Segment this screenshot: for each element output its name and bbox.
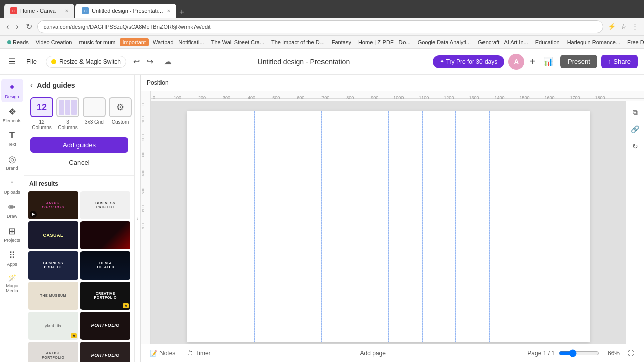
bookmark-gencraft[interactable]: Gencraft - AI Art In... [475, 38, 531, 46]
guide-option-custom[interactable]: ⚙ Custom [109, 97, 132, 130]
template-film-theater[interactable]: FILM &THEATER [80, 251, 131, 280]
copy-icon-button[interactable]: ⧉ [628, 105, 642, 119]
address-bar[interactable]: canva.com/design/DAGHPSSzuQ/sCA8MeTBnZOR… [37, 20, 603, 33]
undo-button[interactable]: ↩ [130, 55, 143, 68]
analytics-button[interactable]: 📊 [540, 55, 556, 68]
fit-to-screen-button[interactable]: ⛶ [624, 346, 638, 360]
guide-custom-box[interactable]: ⚙ [109, 97, 132, 117]
bookmark-btn[interactable]: ☆ [619, 22, 628, 31]
add-collaborator-button[interactable]: + [528, 55, 536, 68]
sidebar-item-design[interactable]: ✦ Design [1, 79, 23, 102]
uploads-label: Uploads [4, 190, 20, 195]
draw-label: Draw [7, 214, 17, 219]
ruler-left: 0 100 200 300 400 500 600 700 [141, 101, 151, 344]
canvas-viewport[interactable] [151, 101, 626, 344]
template-portfolio-dark[interactable]: PORTFOLIO [80, 312, 131, 340]
refresh-icon-button[interactable]: ↻ [628, 139, 642, 153]
bookmark-wattpad[interactable]: Wattpad - Notificati... [150, 38, 207, 46]
guide-option-12col[interactable]: 12 12 Columns [30, 97, 53, 130]
add-page-button[interactable]: + Add page [350, 348, 391, 359]
grid-line-vertical [455, 111, 456, 342]
template-museum[interactable]: THE MUSEUM [28, 282, 78, 310]
template-business-project-1[interactable]: BUSINESSPROJECT [80, 191, 131, 219]
template-red-dark[interactable] [80, 221, 131, 249]
template-business-project-2[interactable]: BUSINESSPROJECT [28, 251, 78, 280]
template-artist-light[interactable]: ARTISTPORTFOLIO [28, 342, 78, 362]
projects-icon: ⊞ [8, 226, 16, 237]
back-button[interactable]: ‹ [4, 21, 11, 32]
tab-active-close-btn[interactable]: × [167, 8, 170, 14]
tab-untitled-design[interactable]: C Untitled design - Presentation × [75, 4, 176, 18]
bookmark-important[interactable]: Important [120, 38, 149, 46]
bookmark-education[interactable]: Education [532, 38, 563, 46]
ruler-corner [141, 91, 151, 101]
text-icon: T [9, 130, 15, 141]
resize-magic-switch-button[interactable]: Resize & Magic Switch [46, 56, 126, 68]
back-to-panel-button[interactable]: ‹ [30, 81, 33, 90]
sidebar-item-elements[interactable]: ❖ Elements [1, 103, 23, 126]
sidebar-item-draw[interactable]: ✏ Draw [1, 199, 23, 222]
bookmark-free-books-label: Free Download Books [627, 39, 644, 45]
template-casual[interactable]: CASUAL [28, 221, 78, 249]
sidebar-item-apps[interactable]: ⠿ Apps [1, 247, 23, 270]
projects-label: Projects [4, 238, 20, 243]
design-label: Design [5, 94, 19, 99]
bookmark-reads[interactable]: Reads [4, 38, 32, 46]
link-icon-button[interactable]: 🔗 [628, 122, 642, 136]
guide-3x3-box[interactable] [83, 97, 106, 117]
tab-close-btn[interactable]: × [65, 8, 68, 14]
share-button[interactable]: ↑ Share [601, 55, 638, 68]
bookmark-harlequin[interactable]: Harlequin Romance... [564, 38, 623, 46]
notes-button[interactable]: 📝 Notes [147, 348, 178, 359]
sidebar-item-magic-media[interactable]: 🪄 Magic Media [1, 271, 23, 296]
canvas-row: 0 100 200 300 400 500 600 700 [141, 101, 644, 344]
sidebar-item-text[interactable]: T Text [1, 127, 23, 150]
reload-button[interactable]: ↻ [24, 21, 34, 32]
guide-12col-box[interactable]: 12 [30, 97, 53, 117]
bookmark-google-data[interactable]: Google Data Analyti... [415, 38, 474, 46]
sidebar-item-uploads[interactable]: ↑ Uploads [1, 175, 23, 198]
user-avatar-button[interactable]: A [508, 54, 524, 70]
bookmark-wsj[interactable]: The Wall Street Cra... [208, 38, 267, 46]
guide-3col-box[interactable] [56, 97, 79, 117]
panel-collapse-handle[interactable]: ‹ [135, 75, 141, 362]
template-portfolio-clean-img: PORTFOLIO [80, 342, 131, 362]
guide-option-3col[interactable]: 3 Columns [56, 97, 79, 130]
forward-button[interactable]: › [14, 21, 20, 32]
template-creative-portfolio[interactable]: CREATIVEPORTFOLIO ★ [80, 282, 131, 310]
new-tab-button[interactable]: + [177, 7, 187, 18]
cloud-save-button[interactable]: ☁ [160, 55, 175, 68]
sidebar-item-brand[interactable]: ◎ Brand [1, 151, 23, 174]
tab-home-canva[interactable]: C Home - Canva × [4, 4, 74, 18]
add-guides-button[interactable]: Add guides [30, 137, 128, 153]
try-pro-button[interactable]: ✦ Try Pro for 30 days [433, 55, 505, 68]
extensions-btn[interactable]: ⚡ [606, 22, 617, 31]
guide-12col-label: 12 Columns [30, 119, 53, 130]
redo-button[interactable]: ↪ [144, 55, 156, 68]
bookmark-music[interactable]: music for mum [76, 38, 118, 46]
grid-line-vertical [254, 111, 255, 342]
bookmark-zpdf[interactable]: Home | Z-PDF - Do... [355, 38, 414, 46]
bookmark-music-label: music for mum [79, 39, 115, 45]
template-portfolio-clean[interactable]: PORTFOLIO [80, 342, 131, 362]
timer-button[interactable]: ⏱ Timer [184, 348, 213, 359]
zoom-percentage: 66% [602, 350, 620, 357]
bookmark-video-creation[interactable]: Video Creation [33, 38, 75, 46]
guide-option-3x3[interactable]: 3x3 Grid [83, 97, 106, 130]
bottom-bar: 📝 Notes ⏱ Timer + Add page Page 1 / 1 [141, 344, 644, 362]
bookmark-free-books[interactable]: Free Download Books [624, 38, 644, 46]
cancel-guides-button[interactable]: Cancel [30, 156, 128, 169]
sidebar-item-projects[interactable]: ⊞ Projects [1, 223, 23, 246]
settings-btn[interactable]: ⋮ [630, 22, 640, 31]
file-button[interactable]: File [21, 56, 42, 67]
zoom-slider[interactable] [559, 349, 599, 357]
bookmark-fantasy-label: Fantasy [332, 39, 351, 45]
bookmark-impact[interactable]: The Impact of the D... [268, 38, 328, 46]
hamburger-button[interactable]: ☰ [6, 55, 17, 68]
present-button[interactable]: Present [560, 55, 597, 68]
try-pro-label: Try Pro for 30 days [446, 58, 498, 65]
template-artist-portfolio-img: ArtistPortfolio ▶ [28, 191, 78, 219]
bookmark-fantasy[interactable]: Fantasy [329, 38, 354, 46]
template-plant[interactable]: plant life ★ [28, 312, 78, 340]
template-artist-portfolio[interactable]: ArtistPortfolio ▶ [28, 191, 78, 219]
